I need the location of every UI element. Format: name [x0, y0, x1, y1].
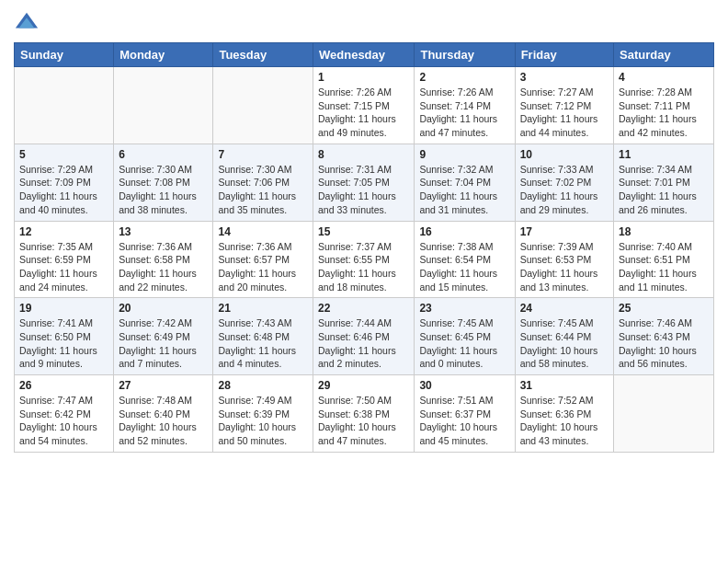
calendar-cell: 27Sunrise: 7:48 AM Sunset: 6:40 PM Dayli…: [114, 375, 213, 453]
day-number: 29: [318, 379, 409, 392]
day-info: Sunrise: 7:26 AM Sunset: 7:14 PM Dayligh…: [419, 86, 509, 140]
day-info: Sunrise: 7:38 AM Sunset: 6:54 PM Dayligh…: [419, 240, 509, 294]
calendar-cell: 17Sunrise: 7:39 AM Sunset: 6:53 PM Dayli…: [515, 221, 613, 298]
day-number: 23: [419, 302, 509, 315]
day-info: Sunrise: 7:26 AM Sunset: 7:15 PM Dayligh…: [318, 86, 409, 140]
day-number: 1: [318, 71, 409, 84]
day-number: 5: [19, 148, 108, 161]
day-info: Sunrise: 7:29 AM Sunset: 7:09 PM Dayligh…: [19, 163, 108, 217]
day-info: Sunrise: 7:45 AM Sunset: 6:44 PM Dayligh…: [520, 316, 609, 371]
calendar-week-row: 19Sunrise: 7:41 AM Sunset: 6:50 PM Dayli…: [15, 298, 714, 375]
weekday-header-monday: Monday: [114, 43, 213, 67]
calendar-cell: 23Sunrise: 7:45 AM Sunset: 6:45 PM Dayli…: [415, 298, 515, 375]
calendar-cell: 22Sunrise: 7:44 AM Sunset: 6:46 PM Dayli…: [313, 298, 415, 375]
day-info: Sunrise: 7:33 AM Sunset: 7:02 PM Dayligh…: [520, 163, 609, 217]
day-number: 24: [520, 302, 609, 315]
day-info: Sunrise: 7:43 AM Sunset: 6:48 PM Dayligh…: [218, 316, 308, 371]
day-info: Sunrise: 7:50 AM Sunset: 6:38 PM Dayligh…: [318, 394, 409, 448]
logo-icon: [14, 9, 40, 35]
weekday-header-wednesday: Wednesday: [313, 43, 415, 67]
calendar-week-row: 26Sunrise: 7:47 AM Sunset: 6:42 PM Dayli…: [15, 375, 714, 453]
day-number: 21: [218, 302, 308, 315]
day-number: 11: [619, 148, 709, 161]
day-info: Sunrise: 7:28 AM Sunset: 7:11 PM Dayligh…: [619, 86, 709, 140]
day-number: 13: [119, 225, 208, 238]
calendar-cell: 26Sunrise: 7:47 AM Sunset: 6:42 PM Dayli…: [15, 375, 114, 453]
day-info: Sunrise: 7:41 AM Sunset: 6:50 PM Dayligh…: [19, 316, 108, 371]
logo: [14, 9, 43, 35]
day-number: 9: [419, 148, 509, 161]
day-number: 30: [419, 379, 509, 392]
day-info: Sunrise: 7:37 AM Sunset: 6:55 PM Dayligh…: [318, 240, 409, 294]
day-info: Sunrise: 7:52 AM Sunset: 6:36 PM Dayligh…: [520, 394, 609, 448]
calendar-cell: 21Sunrise: 7:43 AM Sunset: 6:48 PM Dayli…: [213, 298, 313, 375]
calendar-cell: 11Sunrise: 7:34 AM Sunset: 7:01 PM Dayli…: [614, 144, 714, 221]
day-number: 18: [619, 225, 709, 238]
calendar-cell: [614, 375, 714, 453]
header: [14, 9, 714, 35]
day-info: Sunrise: 7:47 AM Sunset: 6:42 PM Dayligh…: [19, 394, 108, 448]
calendar-cell: 18Sunrise: 7:40 AM Sunset: 6:51 PM Dayli…: [614, 221, 714, 298]
day-number: 17: [520, 225, 609, 238]
weekday-header-sunday: Sunday: [15, 43, 114, 67]
day-number: 26: [19, 379, 108, 392]
calendar-cell: 13Sunrise: 7:36 AM Sunset: 6:58 PM Dayli…: [114, 221, 213, 298]
day-info: Sunrise: 7:36 AM Sunset: 6:57 PM Dayligh…: [218, 240, 308, 294]
calendar-cell: 7Sunrise: 7:30 AM Sunset: 7:06 PM Daylig…: [213, 144, 313, 221]
calendar-cell: [213, 67, 313, 144]
day-number: 31: [520, 379, 609, 392]
calendar-table: SundayMondayTuesdayWednesdayThursdayFrid…: [14, 42, 714, 453]
day-info: Sunrise: 7:49 AM Sunset: 6:39 PM Dayligh…: [218, 394, 308, 448]
day-info: Sunrise: 7:39 AM Sunset: 6:53 PM Dayligh…: [520, 240, 609, 294]
calendar-cell: 25Sunrise: 7:46 AM Sunset: 6:43 PM Dayli…: [614, 298, 714, 375]
calendar-cell: 28Sunrise: 7:49 AM Sunset: 6:39 PM Dayli…: [213, 375, 313, 453]
day-info: Sunrise: 7:34 AM Sunset: 7:01 PM Dayligh…: [619, 163, 709, 217]
day-info: Sunrise: 7:27 AM Sunset: 7:12 PM Dayligh…: [520, 86, 609, 140]
calendar-week-row: 1Sunrise: 7:26 AM Sunset: 7:15 PM Daylig…: [15, 67, 714, 144]
calendar-week-row: 5Sunrise: 7:29 AM Sunset: 7:09 PM Daylig…: [15, 144, 714, 221]
calendar-cell: 16Sunrise: 7:38 AM Sunset: 6:54 PM Dayli…: [415, 221, 515, 298]
day-number: 22: [318, 302, 409, 315]
weekday-header-saturday: Saturday: [614, 43, 714, 67]
calendar-cell: 6Sunrise: 7:30 AM Sunset: 7:08 PM Daylig…: [114, 144, 213, 221]
day-number: 25: [619, 302, 709, 315]
calendar-cell: 4Sunrise: 7:28 AM Sunset: 7:11 PM Daylig…: [614, 67, 714, 144]
day-number: 28: [218, 379, 308, 392]
day-number: 6: [119, 148, 208, 161]
calendar-cell: 19Sunrise: 7:41 AM Sunset: 6:50 PM Dayli…: [15, 298, 114, 375]
day-number: 14: [218, 225, 308, 238]
day-number: 10: [520, 148, 609, 161]
calendar-cell: [114, 67, 213, 144]
calendar-cell: 31Sunrise: 7:52 AM Sunset: 6:36 PM Dayli…: [515, 375, 613, 453]
calendar-cell: 1Sunrise: 7:26 AM Sunset: 7:15 PM Daylig…: [313, 67, 415, 144]
calendar-cell: 24Sunrise: 7:45 AM Sunset: 6:44 PM Dayli…: [515, 298, 613, 375]
calendar-cell: 9Sunrise: 7:32 AM Sunset: 7:04 PM Daylig…: [415, 144, 515, 221]
day-info: Sunrise: 7:45 AM Sunset: 6:45 PM Dayligh…: [419, 316, 509, 371]
weekday-header-friday: Friday: [515, 43, 613, 67]
calendar-cell: 8Sunrise: 7:31 AM Sunset: 7:05 PM Daylig…: [313, 144, 415, 221]
weekday-header-tuesday: Tuesday: [213, 43, 313, 67]
day-info: Sunrise: 7:44 AM Sunset: 6:46 PM Dayligh…: [318, 316, 409, 371]
calendar-body: 1Sunrise: 7:26 AM Sunset: 7:15 PM Daylig…: [15, 67, 714, 453]
calendar-header-row: SundayMondayTuesdayWednesdayThursdayFrid…: [15, 43, 714, 67]
day-info: Sunrise: 7:40 AM Sunset: 6:51 PM Dayligh…: [619, 240, 709, 294]
day-number: 12: [19, 225, 108, 238]
page: SundayMondayTuesdayWednesdayThursdayFrid…: [0, 0, 728, 563]
calendar-cell: 3Sunrise: 7:27 AM Sunset: 7:12 PM Daylig…: [515, 67, 613, 144]
day-number: 3: [520, 71, 609, 84]
calendar-cell: 2Sunrise: 7:26 AM Sunset: 7:14 PM Daylig…: [415, 67, 515, 144]
calendar-cell: 29Sunrise: 7:50 AM Sunset: 6:38 PM Dayli…: [313, 375, 415, 453]
day-info: Sunrise: 7:46 AM Sunset: 6:43 PM Dayligh…: [619, 316, 709, 371]
day-number: 16: [419, 225, 509, 238]
day-info: Sunrise: 7:35 AM Sunset: 6:59 PM Dayligh…: [19, 240, 108, 294]
day-info: Sunrise: 7:42 AM Sunset: 6:49 PM Dayligh…: [119, 316, 208, 371]
day-number: 19: [19, 302, 108, 315]
day-info: Sunrise: 7:31 AM Sunset: 7:05 PM Dayligh…: [318, 163, 409, 217]
calendar-week-row: 12Sunrise: 7:35 AM Sunset: 6:59 PM Dayli…: [15, 221, 714, 298]
day-number: 2: [419, 71, 509, 84]
calendar-cell: 15Sunrise: 7:37 AM Sunset: 6:55 PM Dayli…: [313, 221, 415, 298]
weekday-header-thursday: Thursday: [415, 43, 515, 67]
calendar-cell: 14Sunrise: 7:36 AM Sunset: 6:57 PM Dayli…: [213, 221, 313, 298]
day-number: 8: [318, 148, 409, 161]
day-info: Sunrise: 7:30 AM Sunset: 7:06 PM Dayligh…: [218, 163, 308, 217]
